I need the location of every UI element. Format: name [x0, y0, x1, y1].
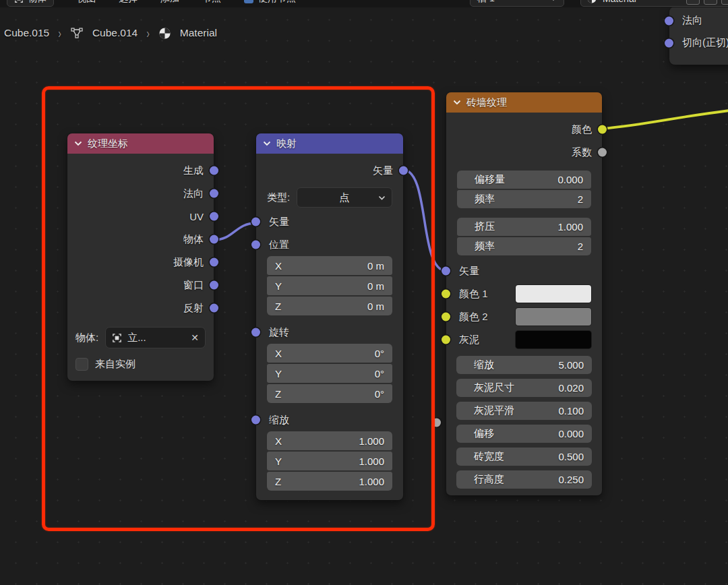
chevron-down-icon — [550, 0, 557, 1]
material-sphere-icon — [586, 0, 597, 4]
field-value: 5.000 — [558, 359, 584, 371]
new-material-icon[interactable] — [704, 0, 717, 5]
input-socket-normal[interactable] — [665, 16, 673, 25]
mortar-size-field[interactable]: 灰泥尺寸0.020 — [456, 379, 592, 397]
field-value: 0.000 — [558, 428, 584, 439]
mortar-smooth-field[interactable]: 灰泥平滑0.100 — [456, 402, 592, 420]
squash-frequency-field[interactable]: 频率2 — [457, 237, 591, 255]
brick-width-field[interactable]: 砖宽度0.500 — [456, 448, 592, 466]
breadcrumb-separator: › — [58, 26, 61, 40]
field-value: 2 — [578, 193, 583, 205]
input-socket-vector[interactable] — [442, 267, 450, 276]
shading-type-dropdown[interactable]: 物体 — [7, 0, 54, 7]
material-selector[interactable]: Material — [580, 0, 728, 7]
breadcrumb-object: Cube.014 — [92, 27, 138, 39]
input-row-vector: 矢量 — [446, 259, 602, 282]
menu-view[interactable]: 视图 — [77, 0, 96, 5]
unlink-icon[interactable] — [721, 0, 728, 5]
partial-node-tangent[interactable]: 法向 切向(正切) — [669, 7, 728, 65]
field-value: 2 — [578, 241, 583, 252]
use-nodes-checkbox[interactable]: ✓ — [244, 0, 253, 3]
input-socket-tangent[interactable] — [665, 38, 673, 47]
slot-label: 槽 1 — [477, 0, 495, 5]
field-label: 灰泥尺寸 — [464, 381, 514, 394]
socket-label: 颜色 2 — [446, 311, 488, 324]
socket-label: 切向(正切) — [669, 36, 728, 49]
input-row-color1: 颜色 1 — [446, 282, 602, 305]
menu-add[interactable]: 添加 — [160, 0, 179, 5]
breadcrumb-separator: › — [146, 26, 150, 40]
menu-select[interactable]: 选择 — [119, 0, 138, 5]
node-brick-texture[interactable]: 砖墙纹理 颜色 系数 偏移量0.000 频率2 挤压1.000 频率2 矢量 颜… — [446, 92, 602, 495]
shading-type-label: 物体 — [28, 0, 47, 5]
annotation-rectangle — [42, 86, 435, 531]
socket-row-normal: 法向 — [669, 9, 728, 32]
output-row-fac: 系数 — [446, 141, 602, 164]
input-socket-color1[interactable] — [442, 290, 450, 299]
shader-node-editor: 物体 视图 选择 添加 节点 ✓ 使用节点 槽 1 Material — [0, 0, 728, 585]
field-value: 0.250 — [558, 474, 584, 485]
color2-swatch[interactable] — [516, 308, 591, 326]
field-value: 0.020 — [558, 382, 584, 394]
field-label: 频率 — [465, 193, 495, 206]
node-header-brick-texture[interactable]: 砖墙纹理 — [446, 92, 602, 113]
object-icon — [14, 0, 24, 3]
node-title: 砖墙纹理 — [466, 96, 507, 109]
use-nodes-label: 使用节点 — [258, 0, 296, 5]
socket-row-tangent: 切向(正切) — [669, 32, 728, 54]
field-value: 0.100 — [558, 405, 584, 417]
socket-label: 法向 — [669, 14, 702, 27]
socket-label: 灰泥 — [446, 334, 479, 346]
collapse-chevron-icon[interactable] — [453, 100, 461, 105]
field-label: 偏移量 — [465, 173, 505, 186]
breadcrumb-material: Material — [180, 27, 217, 39]
field-label: 灰泥平滑 — [464, 404, 514, 417]
input-socket-color2[interactable] — [442, 313, 450, 321]
wire-brick-color-out — [602, 110, 728, 129]
mortar-swatch[interactable] — [516, 331, 591, 348]
breadcrumb-scene: Cube.015 — [4, 27, 49, 39]
color1-swatch[interactable] — [516, 285, 591, 303]
field-label: 偏移 — [464, 427, 494, 440]
field-label: 缩放 — [464, 359, 494, 371]
offset-frequency-field[interactable]: 频率2 — [457, 190, 591, 208]
value-input-rows: 缩放5.000 灰泥尺寸0.020 灰泥平滑0.100 偏移0.000 砖宽度0… — [446, 356, 602, 489]
input-socket-mortar[interactable] — [442, 336, 450, 344]
row-height-field[interactable]: 行高度0.250 — [456, 470, 592, 489]
field-label: 挤压 — [465, 220, 495, 233]
field-value: 1.000 — [557, 221, 583, 233]
output-socket-fac[interactable] — [598, 148, 607, 157]
editor-header: 物体 视图 选择 添加 节点 ✓ 使用节点 槽 1 Material — [0, 0, 728, 7]
squash-field[interactable]: 挤压1.000 — [457, 218, 591, 236]
input-row-color2: 颜色 2 — [446, 305, 602, 328]
fake-user-icon[interactable] — [686, 0, 700, 5]
field-label: 频率 — [465, 240, 495, 253]
output-row-color: 颜色 — [446, 118, 602, 141]
output-socket-color[interactable] — [598, 125, 607, 134]
field-label: 砖宽度 — [464, 450, 504, 463]
socket-label: 颜色 1 — [446, 288, 488, 301]
field-value: 0.000 — [557, 174, 583, 185]
menu-node[interactable]: 节点 — [202, 0, 221, 5]
breadcrumb: Cube.015 › Cube.014 › Material — [4, 24, 217, 42]
slot-dropdown[interactable]: 槽 1 — [470, 0, 564, 7]
material-sphere-icon — [158, 27, 171, 40]
field-value: 0.500 — [558, 451, 584, 462]
squash-frequency-fields: 挤压1.000 频率2 — [457, 218, 591, 255]
field-label: 行高度 — [464, 473, 504, 486]
input-row-mortar: 灰泥 — [446, 328, 602, 351]
scale-field[interactable]: 缩放5.000 — [456, 356, 592, 374]
material-name: Material — [603, 0, 636, 4]
offset-field[interactable]: 偏移量0.000 — [457, 171, 591, 189]
bias-field[interactable]: 偏移0.000 — [456, 425, 592, 443]
mesh-data-icon — [70, 27, 84, 39]
offset-frequency-fields: 偏移量0.000 频率2 — [457, 171, 591, 208]
socket-label: 矢量 — [446, 265, 479, 278]
